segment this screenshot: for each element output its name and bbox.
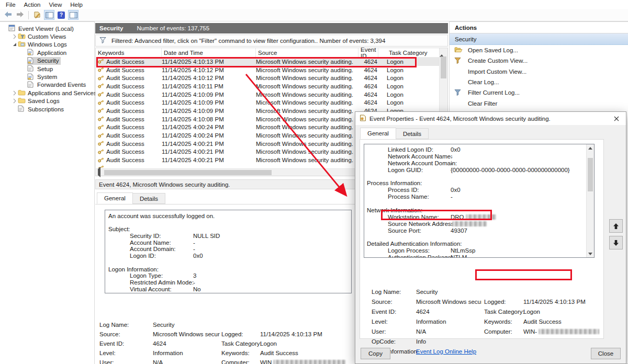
sidebar-item-applications-and-services-logs[interactable]: Applications and Services Logs xyxy=(0,89,94,97)
line-label: Network Account Domain: xyxy=(388,160,457,166)
funnel-filter-icon xyxy=(454,89,463,97)
table-row[interactable]: Audit Success11/14/2025 4:10:13 PMMicros… xyxy=(96,58,447,66)
action-item-import-custom-view-[interactable]: Import Custom View... xyxy=(450,66,628,77)
vertical-scrollbar-thumb[interactable] xyxy=(441,56,446,78)
action-item-label: Import Custom View... xyxy=(468,69,526,75)
sidebar-item-system[interactable]: System xyxy=(0,73,94,81)
show-console-tree-button[interactable] xyxy=(44,10,54,20)
action-item-open-saved-log-[interactable]: Open Saved Log... xyxy=(450,45,628,55)
column-header-task-category[interactable]: Task Category xyxy=(387,48,439,58)
filter-notification-bar[interactable]: Filtered: Advanced filter, click on "Fil… xyxy=(95,35,448,47)
column-header-date-and-time[interactable]: Date and Time xyxy=(162,48,256,58)
table-row[interactable]: Audit Success11/14/2025 4:10:09 PMMicros… xyxy=(96,98,447,107)
scroll-left-icon[interactable] xyxy=(96,169,100,175)
log-page-icon xyxy=(27,73,33,81)
event-viewer-window: FileActionViewHelp ? Event Viewer (Local… xyxy=(0,0,628,364)
description-line: Security ID:NULL SID xyxy=(105,233,351,240)
cell-source: Microsoft Windows security auditing. xyxy=(256,59,358,65)
sidebar-item-windows-logs[interactable]: Windows Logs xyxy=(0,41,94,49)
table-row[interactable]: Audit Success11/14/2025 4:10:11 PMMicros… xyxy=(96,82,447,90)
audit-key-icon xyxy=(97,90,104,98)
tab-general[interactable]: General xyxy=(360,128,396,139)
dialog-scrollbar-thumb[interactable] xyxy=(588,158,593,191)
audit-key-icon xyxy=(97,66,104,74)
cell-datetime: 11/14/2025 4:00:21 PM xyxy=(162,157,256,163)
open-folder-icon xyxy=(454,47,463,54)
funnel-filter-icon xyxy=(454,89,461,97)
line-value xyxy=(451,221,487,227)
filter-funnel-icon xyxy=(99,37,106,44)
menu-help[interactable]: Help xyxy=(66,1,87,8)
event-description-box[interactable]: An account was successfully logged on.Su… xyxy=(105,210,352,293)
sidebar-item-forwarded-events[interactable]: Forwarded Events xyxy=(0,81,94,89)
dialog-scroll-up-icon[interactable] xyxy=(587,144,594,152)
show-action-pane-button[interactable] xyxy=(68,10,78,20)
table-row[interactable]: Audit Success11/14/2025 4:10:09 PMMicros… xyxy=(96,90,447,99)
collapsed-arrow-icon[interactable] xyxy=(12,98,18,104)
help-button[interactable]: ? xyxy=(56,10,66,20)
table-row[interactable]: Audit Success11/14/2025 4:10:12 PMMicros… xyxy=(96,66,447,74)
folder-filter-icon xyxy=(18,33,26,40)
menu-action[interactable]: Action xyxy=(20,1,45,8)
menu-view[interactable]: View xyxy=(45,1,66,8)
field-label: Keywords: xyxy=(484,318,512,325)
dialog-title-bar[interactable]: Event Properties - Event 4624, Microsoft… xyxy=(355,112,626,125)
dialog-scroll-down-icon[interactable] xyxy=(587,250,594,257)
event-log-online-help-link[interactable]: Event Log Online Help xyxy=(416,348,476,355)
redacted-value xyxy=(466,214,496,220)
dialog-description-box[interactable]: Linked Logon ID:0x0Network Account Name:… xyxy=(364,144,595,258)
field-label: Logged: xyxy=(484,299,506,305)
previous-event-button[interactable] xyxy=(609,219,623,233)
tab-details[interactable]: Details xyxy=(396,128,429,139)
dialog-scrollbar[interactable] xyxy=(586,144,594,257)
forward-button[interactable] xyxy=(15,10,25,20)
export-list-button[interactable] xyxy=(32,10,42,20)
horizontal-scrollbar-thumb[interactable] xyxy=(104,170,272,175)
menu-file[interactable]: File xyxy=(2,1,20,8)
close-button[interactable]: Close xyxy=(591,348,621,359)
sidebar-item-saved-logs[interactable]: Saved Logs xyxy=(0,97,94,105)
collapsed-arrow-icon[interactable] xyxy=(12,34,18,39)
sidebar-item-event-viewer-local-[interactable]: Event Viewer (Local) xyxy=(0,25,94,32)
sidebar-item-setup[interactable]: Setup xyxy=(0,65,94,73)
audit-key-icon xyxy=(97,58,104,65)
scroll-up-icon[interactable] xyxy=(440,48,444,54)
back-button[interactable] xyxy=(3,10,13,20)
audit-key-icon xyxy=(97,132,104,140)
line-value: DRO xyxy=(451,214,496,220)
cell-source: Microsoft Windows security auditing. xyxy=(256,92,358,98)
tab-general[interactable]: General xyxy=(97,192,133,204)
cell-keywords: Audit Success xyxy=(106,124,144,130)
line-value: 49307 xyxy=(451,228,467,234)
field-label: Source: xyxy=(99,331,120,337)
column-header-keywords[interactable]: Keywords xyxy=(96,48,162,58)
column-header-event-id[interactable]: Event ID xyxy=(358,48,378,58)
cell-source: Microsoft Windows security auditing. xyxy=(256,75,358,81)
audit-key-icon xyxy=(97,107,104,115)
sidebar-item-application[interactable]: Application xyxy=(0,49,94,56)
cell-keywords: Audit Success xyxy=(106,132,144,139)
collapsed-arrow-icon[interactable] xyxy=(12,90,18,96)
close-icon[interactable] xyxy=(608,112,625,124)
action-item-filter-current-log-[interactable]: Filter Current Log... xyxy=(450,87,628,98)
field-value: Logon xyxy=(260,340,277,347)
expanded-arrow-icon[interactable] xyxy=(12,42,18,47)
next-event-button[interactable] xyxy=(609,236,623,249)
dialog-title-text: Event Properties - Event 4624, Microsoft… xyxy=(369,116,551,122)
table-row[interactable]: Audit Success11/14/2025 4:10:12 PMMicros… xyxy=(96,74,447,82)
actions-group-security[interactable]: Security xyxy=(450,33,628,45)
action-item-clear-log-[interactable]: Clear Log... xyxy=(450,77,628,87)
cell-datetime: 11/14/2025 4:00:24 PM xyxy=(162,132,256,139)
column-header-source[interactable]: Source xyxy=(256,48,358,58)
sidebar-item-security[interactable]: Security xyxy=(0,57,94,65)
field-label: Level: xyxy=(99,350,116,356)
preview-tabs: GeneralDetails xyxy=(97,193,165,204)
sidebar-item-custom-views[interactable]: Custom Views xyxy=(0,32,94,40)
cell-source: Microsoft Windows security auditing. xyxy=(256,124,358,130)
action-item-clear-filter[interactable]: Clear Filter xyxy=(450,98,628,108)
copy-button[interactable]: Copy xyxy=(361,348,390,359)
sidebar-item-subscriptions[interactable]: Subscriptions xyxy=(0,105,94,113)
tab-details[interactable]: Details xyxy=(132,193,165,204)
action-item-create-custom-view-[interactable]: Create Custom View... xyxy=(450,55,628,66)
action-item-label: Clear Filter xyxy=(468,100,497,107)
